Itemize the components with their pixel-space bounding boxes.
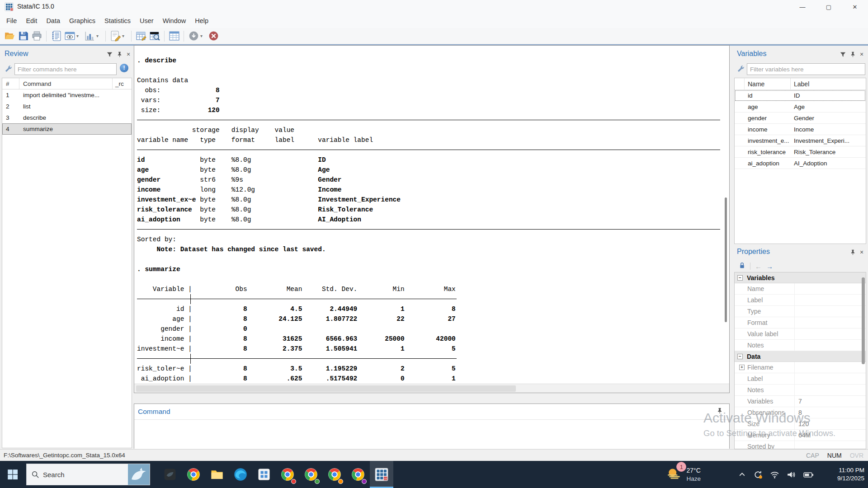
variable-row-id[interactable]: idID [735,90,866,101]
search-daily-image[interactable] [128,464,150,485]
property-row-size[interactable]: Size120 [735,418,866,430]
close-button[interactable]: ✕ [842,0,868,14]
property-row-variables[interactable]: Variables7 [735,396,866,407]
filter-icon[interactable] [107,52,113,57]
menu-data[interactable]: Data [42,14,65,28]
wrench-icon[interactable] [5,65,12,75]
forward-arrow-icon[interactable]: → [766,263,773,270]
pin-icon[interactable] [850,52,856,57]
command-input[interactable] [134,419,729,449]
property-row-label[interactable]: Label [735,373,866,385]
taskbar-dark-app-icon[interactable] [158,461,182,488]
results-vertical-scrollbar[interactable] [725,197,727,322]
pin-icon[interactable] [717,408,723,416]
menu-window[interactable]: Window [158,14,191,28]
data-browser-icon[interactable] [148,29,161,43]
review-row-list[interactable]: 2list [2,101,132,112]
break-icon[interactable] [207,29,220,43]
more-icon[interactable] [187,29,200,43]
variable-row-age[interactable]: ageAge [735,101,866,113]
taskbar-clock[interactable]: 11:00 PM 9/12/2025 [837,461,864,488]
review-col-num[interactable]: # [2,78,19,89]
more-dropdown-icon[interactable]: ▾ [200,33,206,38]
variables-col-name[interactable]: Name [745,78,791,89]
property-row-name[interactable]: Name [735,283,866,295]
taskbar-edge-icon[interactable] [229,461,252,488]
print-icon[interactable] [30,29,43,43]
volume-icon[interactable] [787,470,796,479]
taskbar-chrome-profile-icon[interactable] [346,461,370,488]
wifi-icon[interactable] [770,470,779,479]
variables-manager-icon[interactable] [167,29,181,43]
taskbar-chrome-profile-icon[interactable] [323,461,346,488]
filter-info-icon[interactable]: ! [120,64,128,72]
back-arrow-icon[interactable]: ← [755,263,762,270]
variable-row-investment_e[interactable]: investment_e...Investment_Experi... [735,135,866,146]
open-file-icon[interactable] [3,29,16,43]
viewer-dropdown-icon[interactable]: ▾ [76,33,82,38]
do-file-editor-dropdown-icon[interactable]: ▾ [122,33,127,38]
maximize-button[interactable]: ▢ [816,0,842,14]
property-row-sorted-by[interactable]: Sorted by [735,441,866,449]
property-row-type[interactable]: Type [735,306,866,317]
variable-row-income[interactable]: incomeIncome [735,124,866,135]
property-row-filename[interactable]: +Filename [735,362,866,373]
variables-filter-input[interactable] [747,63,865,75]
chevron-up-icon[interactable] [738,471,746,479]
save-icon[interactable] [16,29,30,43]
close-icon[interactable]: × [127,51,130,58]
variable-row-ai_adoption[interactable]: ai_adoptionAI_Adoption [735,158,866,169]
lock-icon[interactable] [739,262,745,271]
properties-section-data[interactable]: −Data [735,351,866,362]
graph-icon[interactable] [83,29,96,43]
property-row-value-label[interactable]: Value label [735,328,866,340]
taskbar-stata-icon[interactable]: 15 [370,461,393,488]
variables-col-label[interactable]: Label [791,78,866,89]
taskbar-chrome-profile-icon[interactable] [276,461,299,488]
properties-section-variables[interactable]: −Variables [735,272,866,283]
property-row-format[interactable]: Format [735,317,866,328]
taskbar-chrome-icon[interactable] [182,461,205,488]
menu-graphics[interactable]: Graphics [65,14,100,28]
search-box[interactable]: Search [26,464,150,485]
log-icon[interactable] [49,29,63,43]
property-row-notes[interactable]: Notes [735,385,866,396]
review-filter-input[interactable] [14,63,117,75]
pin-icon[interactable] [850,249,856,255]
pin-icon[interactable] [117,52,123,57]
scrollbar-thumb[interactable] [136,385,516,392]
minimize-button[interactable]: — [789,0,816,14]
expand-icon[interactable]: + [739,365,745,370]
review-row-summarize[interactable]: 4summarize [2,123,132,135]
review-col-rc[interactable]: _rc [113,78,132,89]
viewer-icon[interactable] [63,29,76,43]
collapse-icon[interactable]: − [737,275,743,281]
properties-scrollbar[interactable] [862,277,865,364]
property-row-memory[interactable]: Memory64M [735,430,866,441]
review-col-command[interactable]: Command [19,78,113,89]
variable-row-gender[interactable]: genderGender [735,113,866,124]
wrench-icon[interactable] [737,65,745,75]
review-row-describe[interactable]: 3describe [2,112,132,123]
taskbar-chrome-profile-icon[interactable] [299,461,323,488]
start-button[interactable] [0,461,25,488]
review-row-import[interactable]: 1import delimited "investme... [2,89,132,101]
sync-icon[interactable] [753,470,763,479]
menu-edit[interactable]: Edit [21,14,42,28]
data-editor-icon[interactable] [134,29,148,43]
weather-widget[interactable]: 1 27°CHaze [666,461,701,488]
results-horizontal-scrollbar[interactable] [134,384,729,393]
property-row-label[interactable]: Label [735,295,866,306]
taskbar-light-app-icon[interactable] [252,461,276,488]
collapse-icon[interactable]: − [737,354,743,359]
do-file-editor-icon[interactable] [108,29,122,43]
property-row-observations[interactable]: Observations8 [735,407,866,418]
graph-dropdown-icon[interactable]: ▾ [96,33,102,38]
filter-icon[interactable] [840,52,846,57]
close-icon[interactable]: × [860,51,863,58]
menu-help[interactable]: Help [190,14,213,28]
taskbar-file-explorer-icon[interactable] [205,461,229,488]
variable-row-risk_tolerance[interactable]: risk_toleranceRisk_Tolerance [735,146,866,158]
property-row-notes[interactable]: Notes [735,340,866,351]
menu-user[interactable]: User [135,14,158,28]
